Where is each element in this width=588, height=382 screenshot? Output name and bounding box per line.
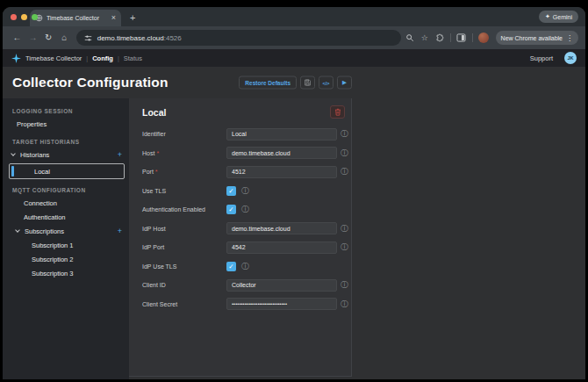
restore-defaults-button[interactable]: Restore Defaults [239,76,297,90]
form-row: Authentication Enabled ✓ ⓘ [142,200,351,220]
code-icon: </> [323,80,330,85]
sidebar-item-subscription-2[interactable]: Subscription 2 [3,252,129,266]
form-row: Port* ⓘ [142,162,351,182]
trash-icon [334,108,341,116]
chrome-update-label: New Chrome available [501,35,563,41]
authentication-enabled-checkbox[interactable]: ✓ [226,205,236,214]
timebase-logo-icon [11,54,21,63]
info-icon[interactable]: ⓘ [341,300,348,308]
info-icon[interactable]: ⓘ [241,187,249,195]
info-icon[interactable]: ⓘ [341,281,348,289]
close-window-button[interactable] [11,14,17,20]
section-mqtt-configuration: MQTT CONFIGURATION [12,187,121,193]
chrome-update-button[interactable]: New Chrome available ⋮ [496,31,578,45]
host-input[interactable] [226,147,337,159]
home-icon[interactable]: ⌂ [57,33,72,42]
check-icon: ✓ [228,188,233,195]
info-icon[interactable]: ⓘ [341,149,348,157]
tab-strip: Timebase Collector × + ✦ Gemini [3,7,585,26]
page-title-bar: Collector Configuration Restore Defaults… [3,67,585,98]
support-link[interactable]: Support [530,54,553,62]
chevron-down-icon [15,227,20,233]
port-input[interactable] [226,166,337,178]
idp-port-input[interactable] [226,241,337,254]
field-label: Authentication Enabled [142,206,226,213]
url-host: demo.timebase.cloud [97,34,164,42]
bookmark-star-icon[interactable]: ☆ [418,33,432,42]
use-tls-checkbox[interactable]: ✓ [226,186,236,196]
side-panel-icon[interactable] [455,33,469,42]
profile-avatar[interactable] [478,32,489,43]
field-label: IdP Host [142,226,226,232]
check-icon: ✓ [228,263,233,270]
play-icon: ▶ [342,80,347,86]
extensions-icon[interactable] [433,33,447,42]
local-config-panel: Local Identifier ⓘ Host* ⓘ [129,98,352,377]
app-header: Timebase Collector | Config | Status Sup… [3,49,585,67]
sidebar-item-subscription-1[interactable]: Subscription 1 [3,238,129,252]
identifier-input[interactable] [226,128,337,141]
field-label: Port* [142,169,226,175]
run-button[interactable]: ▶ [337,76,352,90]
save-icon [304,79,312,87]
reload-icon[interactable]: ↻ [41,33,56,42]
address-bar[interactable]: demo.timebase.cloud:4526 [76,30,401,46]
form-row: Client Secret ⓘ [142,295,351,314]
chevron-down-icon [11,151,16,156]
sidebar-item-subscriptions[interactable]: Subscriptions + [3,224,129,238]
window-controls [11,14,38,20]
site-settings-icon[interactable] [84,34,92,42]
info-icon[interactable]: ⓘ [341,168,348,176]
form-row: Host* ⓘ [142,144,351,163]
info-icon[interactable]: ⓘ [241,263,249,270]
tab-close-icon[interactable]: × [111,14,116,22]
browser-toolbar: ← → ↻ ⌂ demo.timebase.cloud:4526 ☆ New C… [3,26,585,49]
form-row: IdP Port ⓘ [142,238,351,257]
idp-host-input[interactable] [226,222,337,234]
check-icon: ✓ [228,206,233,213]
back-icon[interactable]: ← [10,33,25,42]
info-icon[interactable]: ⓘ [341,130,348,138]
add-subscription-button[interactable]: + [118,227,122,235]
form-row: Identifier ⓘ [142,125,351,144]
minimize-window-button[interactable] [21,14,27,20]
field-label: Host* [142,150,226,156]
section-target-historians: TARGET HISTORIANS [12,139,121,145]
add-historian-button[interactable]: + [118,151,122,159]
gemini-button[interactable]: ✦ Gemini [539,11,578,23]
required-asterisk: * [156,150,159,156]
app-brand: Timebase Collector [25,54,82,62]
idp-use-tls-checkbox[interactable]: ✓ [226,262,236,271]
sidebar-item-authentication[interactable]: Authentication [3,210,129,224]
sidebar-item-historians[interactable]: Historians + [3,148,129,162]
maximize-window-button[interactable] [32,14,38,20]
search-icon[interactable] [403,33,417,42]
sidebar-item-local[interactable]: Local [9,163,125,179]
form-row: Use TLS ✓ ⓘ [142,182,351,201]
url-text: demo.timebase.cloud:4526 [97,34,182,42]
forward-icon[interactable]: → [25,33,40,42]
field-label: Client ID [142,282,226,288]
sidebar-item-properties[interactable]: Properties [3,117,129,131]
field-label: IdP Use TLS [142,263,226,270]
page-actions: Restore Defaults </> ▶ [239,76,352,90]
save-button[interactable] [300,76,315,90]
client-id-input[interactable] [226,279,337,292]
code-view-button[interactable]: </> [319,76,333,90]
browser-tab[interactable]: Timebase Collector × [30,10,121,26]
user-avatar[interactable]: JK [564,52,577,64]
info-icon[interactable]: ⓘ [241,205,249,213]
info-icon[interactable]: ⓘ [341,225,348,233]
nav-tab-status[interactable]: Status [124,54,142,62]
new-tab-button[interactable]: + [130,13,135,23]
info-icon[interactable]: ⓘ [341,243,348,251]
field-label: Identifier [142,131,226,137]
browser-menu-icon[interactable]: ⋮ [566,34,573,42]
form-row: IdP Host ⓘ [142,220,351,239]
client-secret-input[interactable] [226,298,337,310]
delete-button[interactable] [330,105,345,119]
url-port: :4526 [164,34,182,42]
sidebar-item-connection[interactable]: Connection [3,196,129,210]
nav-tab-config[interactable]: Config [92,54,113,62]
sidebar-item-subscription-3[interactable]: Subscription 3 [3,266,129,280]
